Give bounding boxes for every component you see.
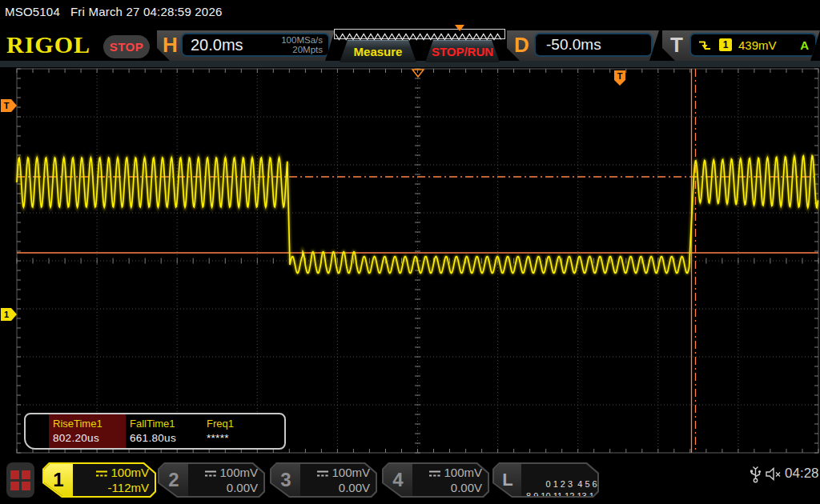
dc-coupling-icon xyxy=(428,470,441,478)
measurement-risetime[interactable]: RiseTime1 802.20us xyxy=(49,414,126,448)
sample-rate-memdepth: 100MSa/s 20Mpts xyxy=(281,35,328,54)
channel-2-offset: 0.00V xyxy=(190,480,258,495)
menu-grid-icon xyxy=(10,470,30,490)
channel-3-number: 3 xyxy=(271,464,300,496)
acquisition-state-badge: STOP xyxy=(103,35,150,58)
channel-2-number: 2 xyxy=(159,464,188,496)
menu-grid-button[interactable] xyxy=(6,462,34,498)
dc-coupling-icon xyxy=(95,470,108,478)
waveform-display-area: TT1 xyxy=(0,67,820,456)
channel-1-box[interactable]: 1 100mV -112mV xyxy=(42,462,156,498)
model-name: MSO5104 xyxy=(5,5,60,18)
horizontal-timebase-block[interactable]: H 20.0ms 100MSa/s 20Mpts xyxy=(157,30,335,61)
channel-3-offset: 0.00V xyxy=(302,480,370,495)
preview-waveform-icon xyxy=(335,32,504,41)
channel-3-box[interactable]: 3 100mV 0.00V xyxy=(270,462,377,498)
channel-1-number: 1 xyxy=(44,464,73,496)
measurement-panel[interactable]: RiseTime1 802.20us FallTime1 661.80us Fr… xyxy=(24,413,286,450)
stop-run-button[interactable]: STOP/RUN xyxy=(425,40,500,62)
measurement-falltime[interactable]: FallTime1 661.80us xyxy=(126,414,203,448)
channel-status-bar: 1 100mV -112mV 2 100mV 0.00V 3 100mV 0.0… xyxy=(0,456,820,504)
dc-coupling-icon xyxy=(204,470,217,478)
trigger-position-flag-label: T xyxy=(617,71,623,81)
channel-1-scale: 100mV xyxy=(74,465,149,480)
trigger-source-badge: 1 xyxy=(719,38,732,51)
digital-channels-box[interactable]: L 0 1 2 3 4 5 6 78 9 10 11 12 13 14 15 xyxy=(492,462,599,498)
datetime-text: Fri March 27 04:28:59 2026 xyxy=(70,5,222,18)
dc-coupling-icon xyxy=(316,470,329,478)
trigger-level-value: 439mV xyxy=(738,38,777,52)
trigger-status: A xyxy=(800,38,809,52)
system-tray: 04:28 xyxy=(745,456,820,504)
delay-label: D xyxy=(514,33,529,58)
acquisition-preview-strip[interactable] xyxy=(334,29,505,39)
speaker-muted-icon[interactable] xyxy=(766,467,782,481)
channel-3-scale: 100mV xyxy=(302,465,370,480)
channel-1-offset: -112mV xyxy=(74,480,149,495)
rigol-logo: RIGOL xyxy=(6,31,90,58)
measure-button[interactable]: Measure xyxy=(340,40,416,62)
trigger-label: T xyxy=(670,33,683,58)
channel-4-box[interactable]: 4 100mV 0.00V xyxy=(382,462,489,498)
digital-channel-list: 0 1 2 3 4 5 6 78 9 10 11 12 13 14 15 xyxy=(526,466,594,504)
delay-value: -50.0ms xyxy=(536,36,601,54)
measurement-freq[interactable]: Freq1 ***** xyxy=(203,414,279,448)
channel-4-number: 4 xyxy=(384,464,412,496)
waveform-display: TT1 xyxy=(0,67,820,456)
trigger-block[interactable]: T 1 439mV A xyxy=(662,30,820,61)
trigger-level-tag-label: T xyxy=(4,101,10,110)
clock-text: 04:28 xyxy=(785,466,819,482)
digital-label: L xyxy=(494,464,521,496)
falling-edge-icon xyxy=(697,39,711,51)
channel-2-scale: 100mV xyxy=(190,465,258,480)
channel-1-position-tag-label: 1 xyxy=(4,310,9,319)
channel-2-box[interactable]: 2 100mV 0.00V xyxy=(158,462,265,498)
preview-trigger-marker-icon[interactable] xyxy=(455,25,464,31)
channel-1-trace xyxy=(17,156,818,274)
channel-4-offset: 0.00V xyxy=(414,480,482,495)
timebase-value: 20.0ms xyxy=(183,36,243,54)
status-bar: MSO5104 Fri March 27 04:28:59 2026 xyxy=(0,0,820,24)
horizontal-label: H xyxy=(163,33,178,58)
delay-block[interactable]: D -50.0ms xyxy=(507,30,659,61)
header-bar: RIGOL STOP H 20.0ms 100MSa/s 20Mpts Meas… xyxy=(0,24,820,67)
usb-icon xyxy=(750,466,762,483)
channel-4-scale: 100mV xyxy=(414,465,482,480)
